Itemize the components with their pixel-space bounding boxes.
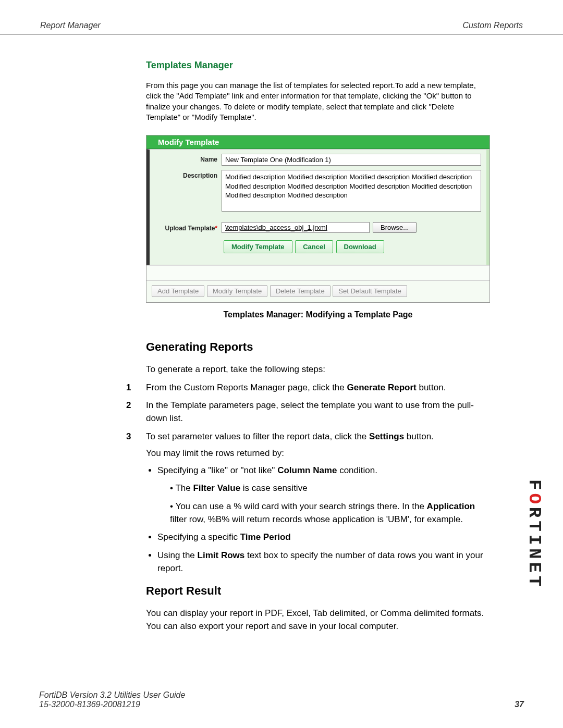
label-upload: Upload Template* [155, 224, 222, 232]
panel-footer: Add Template Modify Template Delete Temp… [146, 280, 489, 302]
report-result-heading: Report Result [146, 584, 490, 598]
browse-button[interactable]: Browse... [373, 222, 417, 233]
modify-template-button[interactable]: Modify Template [224, 240, 292, 253]
templates-manager-description: From this page you can manage the list o… [146, 80, 490, 122]
step-number-1: 1 [126, 381, 131, 394]
bullet-column-name: Specifying a "like" or "not like" Column… [157, 464, 490, 526]
panel-body: Name New Template One (Modification 1) D… [146, 149, 489, 265]
page-footer: FortiDB Version 3.2 Utilities User Guide… [39, 690, 524, 709]
page-content: Templates Manager From this page you can… [0, 35, 563, 633]
header-right: Custom Reports [462, 21, 524, 30]
step-3: 3 To set parameter values to filter the … [146, 430, 490, 575]
row-description: Description Modified description Modifie… [155, 170, 481, 212]
input-upload-path[interactable]: \templates\db_access_obj_1.jrxml [222, 222, 370, 233]
footer-line2: 15-32000-81369-20081219 [39, 700, 185, 709]
templates-manager-title: Templates Manager [146, 60, 490, 71]
input-description[interactable]: Modified description Modified descriptio… [222, 170, 481, 212]
footer-left: FortiDB Version 3.2 Utilities User Guide… [39, 690, 185, 709]
page-header: Report Manager Custom Reports [0, 0, 563, 35]
download-button[interactable]: Download [336, 240, 384, 253]
set-default-template-button[interactable]: Set Default Template [333, 285, 407, 297]
panel-gap [146, 265, 489, 280]
bullet-limit-rows: Using the Limit Rows text box to specify… [157, 549, 490, 575]
panel-action-row: Modify Template Cancel Download [224, 240, 481, 253]
limit-bullets: Specifying a "like" or "not like" Column… [157, 464, 490, 575]
sub-bullet-filter-value: The Filter Value is case sensitive [170, 482, 490, 495]
sub-bullet-wildcard: You can use a % wild card with your sear… [170, 500, 490, 526]
generating-reports-heading: Generating Reports [146, 340, 490, 354]
step-number-3: 3 [126, 430, 131, 443]
report-result-text: You can display your report in PDF, Exce… [146, 607, 490, 633]
generating-reports-intro: To generate a report, take the following… [146, 363, 490, 376]
panel-title: Modify Template [146, 135, 489, 149]
row-name: Name New Template One (Modification 1) [155, 154, 481, 166]
add-template-button[interactable]: Add Template [152, 285, 204, 297]
footer-line1: FortiDB Version 3.2 Utilities User Guide [39, 690, 185, 700]
cancel-button[interactable]: Cancel [295, 240, 333, 253]
row-upload: Upload Template* \templates\db_access_ob… [155, 222, 481, 233]
label-name: Name [155, 154, 222, 163]
steps-list: 1 From the Custom Reports Manager page, … [146, 381, 490, 575]
screenshot-caption: Templates Manager: Modifying a Template … [146, 310, 490, 319]
page-number: 37 [515, 700, 524, 709]
input-name[interactable]: New Template One (Modification 1) [222, 154, 481, 166]
step-number-2: 2 [126, 399, 131, 412]
bullet-time-period: Specifying a specific Time Period [157, 531, 490, 544]
modify-template-panel: Modify Template Name New Template One (M… [146, 135, 490, 303]
modify-template-footer-button[interactable]: Modify Template [207, 285, 267, 297]
sub-bullets: The Filter Value is case sensitive You c… [170, 482, 490, 526]
header-left: Report Manager [39, 21, 101, 30]
fortinet-logo: FORTINET [524, 479, 544, 589]
step-2: 2 In the Template parameters page, selec… [146, 399, 490, 425]
step-1: 1 From the Custom Reports Manager page, … [146, 381, 490, 394]
required-asterisk: * [215, 225, 217, 232]
delete-template-button[interactable]: Delete Template [270, 285, 331, 297]
label-description: Description [155, 170, 222, 179]
